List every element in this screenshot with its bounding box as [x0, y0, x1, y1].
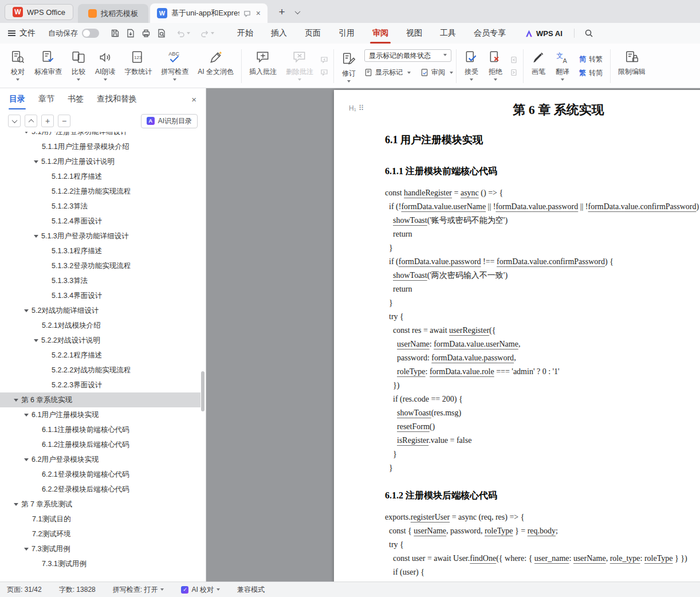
- menu-tab-7[interactable]: 会员专享: [474, 28, 506, 38]
- wps-ai-button[interactable]: WPS AI: [525, 29, 563, 38]
- heading-drag-handle[interactable]: H₁ ⠿: [349, 104, 363, 112]
- document-page[interactable]: H₁ ⠿ 第 6 章 系统实现 6.1 用户注册模块实现 6.1.1 注册模块前…: [334, 90, 700, 582]
- expand-triangle-icon[interactable]: [24, 548, 29, 553]
- next-revision-icon[interactable]: [510, 69, 518, 76]
- collapse-heading-button[interactable]: [8, 115, 21, 127]
- print-preview-icon[interactable]: [157, 29, 166, 38]
- undo-button[interactable]: [176, 29, 190, 38]
- show-markup-button[interactable]: 显示标记: [364, 68, 411, 77]
- to-traditional-button[interactable]: 简 转繁: [579, 54, 603, 64]
- expand-triangle-icon[interactable]: [24, 458, 29, 464]
- spellcheck-status[interactable]: 拼写检查: 打开: [113, 585, 164, 595]
- expand-triangle-icon[interactable]: [24, 414, 29, 419]
- toc-item[interactable]: 5.2.2对战设计说明: [0, 333, 200, 348]
- expand-triangle-icon[interactable]: [24, 132, 29, 136]
- markup-state-select[interactable]: 显示标记的最终状态: [364, 49, 451, 62]
- menu-tab-3[interactable]: 引用: [339, 28, 355, 38]
- toc-item[interactable]: 第 6 章系统实现: [0, 392, 200, 407]
- expand-all-button[interactable]: +: [41, 115, 54, 127]
- toc-item[interactable]: 5.1用户注册登录功能详细设计: [0, 132, 200, 139]
- translate-button[interactable]: 文A 翻译: [550, 46, 575, 86]
- expand-triangle-icon[interactable]: [34, 160, 38, 166]
- sidebar-tab-bookmarks[interactable]: 书签: [68, 94, 84, 104]
- document-canvas[interactable]: H₁ ⠿ 第 6 章 系统实现 6.1 用户注册模块实现 6.1.1 注册模块前…: [207, 88, 700, 582]
- toc-item[interactable]: 5.2对战功能详细设计: [0, 303, 200, 318]
- toc-item[interactable]: 第 7 章系统测试: [0, 497, 200, 512]
- print-icon[interactable]: [141, 29, 151, 38]
- toc-item[interactable]: 5.1.3用户登录功能详细设计: [0, 229, 200, 243]
- toc-item[interactable]: 5.1.3.4界面设计: [0, 288, 200, 303]
- collapse-all-button[interactable]: −: [58, 115, 70, 127]
- wps-home-tab[interactable]: W WPS Office: [5, 4, 73, 20]
- compare-button[interactable]: 比较: [66, 46, 91, 86]
- redo-button[interactable]: [200, 29, 214, 38]
- toc-item[interactable]: 5.1.1用户注册登录模块介绍: [0, 139, 200, 154]
- accept-revision-button[interactable]: 接受: [459, 46, 483, 86]
- menu-tab-4[interactable]: 审阅: [372, 28, 388, 38]
- proofread-button[interactable]: 校对: [6, 46, 30, 86]
- to-simplified-button[interactable]: 繁 转简: [579, 68, 603, 78]
- next-comment-icon[interactable]: [320, 69, 328, 76]
- ai-proofread-status[interactable]: ✓ AI 校对: [181, 585, 220, 595]
- expand-heading-button[interactable]: [25, 115, 37, 127]
- menu-tab-5[interactable]: 视图: [406, 28, 422, 38]
- close-tab-icon[interactable]: ×: [255, 9, 262, 18]
- toc-item[interactable]: 7.3.1测试用例: [0, 556, 200, 571]
- sidebar-tab-toc[interactable]: 目录: [9, 94, 25, 104]
- delete-comment-button[interactable]: 删除批注: [281, 46, 318, 86]
- search-icon[interactable]: [584, 29, 593, 38]
- close-sidebar-icon[interactable]: ×: [191, 95, 196, 104]
- toc-item[interactable]: 5.2.2.1程序描述: [0, 348, 200, 363]
- insert-comment-button[interactable]: 插入批注: [245, 46, 281, 86]
- ai-recognize-toc-button[interactable]: A AI识别目录: [141, 114, 198, 128]
- expand-triangle-icon[interactable]: [14, 503, 18, 508]
- menu-tab-0[interactable]: 开始: [237, 28, 253, 38]
- toc-item[interactable]: 6.1用户注册模块实现: [0, 407, 200, 422]
- restrict-editing-button[interactable]: 限制编辑: [614, 46, 650, 86]
- save-icon[interactable]: [111, 29, 120, 38]
- toc-item[interactable]: 5.2.1对战模块介绍: [0, 318, 200, 333]
- toc-item[interactable]: 5.1.2.4界面设计: [0, 214, 200, 229]
- reject-revision-button[interactable]: 拒绝: [483, 46, 508, 86]
- toc-item[interactable]: 5.1.2.3算法: [0, 199, 200, 214]
- expand-triangle-icon[interactable]: [24, 309, 29, 315]
- toc-item[interactable]: 6.2用户登录模块实现: [0, 452, 200, 467]
- spell-check-button[interactable]: ABC 拼写检查: [156, 46, 193, 86]
- page-indicator[interactable]: 页面: 31/42: [7, 585, 42, 595]
- toc-item[interactable]: 7.3测试用例: [0, 541, 200, 556]
- expand-triangle-icon[interactable]: [14, 399, 18, 404]
- toc-item[interactable]: 5.1.2用户注册设计说明: [0, 154, 200, 169]
- ai-polish-button[interactable]: AI 全文润色: [193, 46, 238, 86]
- export-pdf-icon[interactable]: [126, 29, 135, 38]
- toc-item[interactable]: 5.1.3.3算法: [0, 273, 200, 288]
- menu-tab-1[interactable]: 插入: [271, 28, 287, 38]
- toc-item[interactable]: 6.2.1登录模块前端核心代码: [0, 467, 200, 482]
- compat-mode-indicator[interactable]: 兼容模式: [237, 585, 265, 595]
- previous-comment-icon[interactable]: [320, 56, 328, 64]
- standard-review-button[interactable]: 标准审查: [30, 46, 66, 86]
- toc-item[interactable]: 6.1.2注册模块后端核心代码: [0, 437, 200, 452]
- sidebar-tab-chapters[interactable]: 章节: [38, 94, 54, 104]
- review-pane-button[interactable]: 审阅: [420, 68, 453, 77]
- file-menu-button[interactable]: 文件: [8, 28, 36, 38]
- previous-revision-icon[interactable]: [510, 56, 518, 64]
- menu-tab-2[interactable]: 页面: [305, 28, 321, 38]
- sidebar-tab-find-replace[interactable]: 查找和替换: [97, 94, 137, 104]
- expand-triangle-icon[interactable]: [34, 235, 38, 240]
- toc-item[interactable]: 5.1.3.2登录功能实现流程: [0, 258, 200, 273]
- toc-item[interactable]: 6.2.2登录模块后端核心代码: [0, 482, 200, 497]
- ink-pen-button[interactable]: 画笔: [526, 46, 550, 86]
- expand-triangle-icon[interactable]: [34, 339, 38, 344]
- track-changes-button[interactable]: 修订: [337, 48, 361, 84]
- toc-item[interactable]: 5.2.2.3界面设计: [0, 378, 200, 392]
- docer-template-tab[interactable]: 找稻壳模板: [78, 4, 148, 23]
- word-count-button[interactable]: 123 字数统计: [120, 46, 156, 86]
- menu-tab-6[interactable]: 工具: [440, 28, 456, 38]
- comment-bubble-icon[interactable]: [243, 10, 251, 17]
- ai-read-aloud-button[interactable]: AI朗读: [91, 46, 120, 86]
- sidebar-scrollbar[interactable]: [201, 371, 205, 411]
- autosave-toggle[interactable]: [82, 29, 99, 38]
- new-tab-button[interactable]: +: [274, 5, 289, 19]
- toc-item[interactable]: 6.1.1注册模块前端核心代码: [0, 422, 200, 437]
- document-tab[interactable]: W 基于uni-app和Express的问 ×: [150, 3, 268, 23]
